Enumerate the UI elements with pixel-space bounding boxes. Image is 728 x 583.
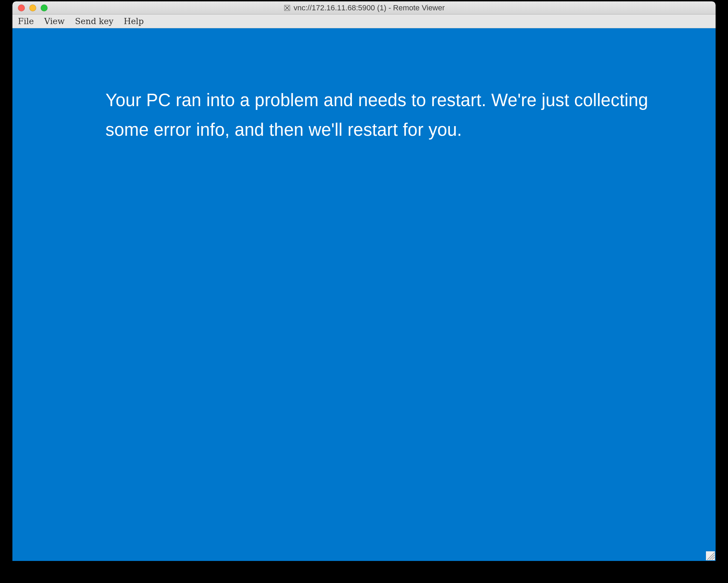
svg-rect-0 [284, 5, 290, 11]
traffic-lights [12, 4, 48, 11]
window-title: vnc://172.16.11.68:5900 (1) - Remote Vie… [12, 3, 716, 12]
menu-help[interactable]: Help [123, 15, 149, 28]
remote-screen[interactable]: Your PC ran into a problem and needs to … [12, 28, 716, 561]
window-title-text: vnc://172.16.11.68:5900 (1) - Remote Vie… [294, 3, 445, 12]
resize-grip[interactable] [706, 551, 715, 560]
close-button[interactable] [18, 4, 25, 11]
menu-view[interactable]: View [43, 15, 70, 28]
maximize-button[interactable] [41, 4, 48, 11]
minimize-button[interactable] [29, 4, 36, 11]
remote-viewer-window: vnc://172.16.11.68:5900 (1) - Remote Vie… [12, 1, 716, 561]
menu-file[interactable]: File [17, 15, 39, 28]
x11-icon [283, 4, 291, 12]
titlebar[interactable]: vnc://172.16.11.68:5900 (1) - Remote Vie… [12, 1, 716, 14]
bsod-error-message: Your PC ran into a problem and needs to … [105, 85, 685, 144]
menu-send-key[interactable]: Send key [74, 15, 119, 28]
menubar: File View Send key Help [12, 14, 716, 28]
